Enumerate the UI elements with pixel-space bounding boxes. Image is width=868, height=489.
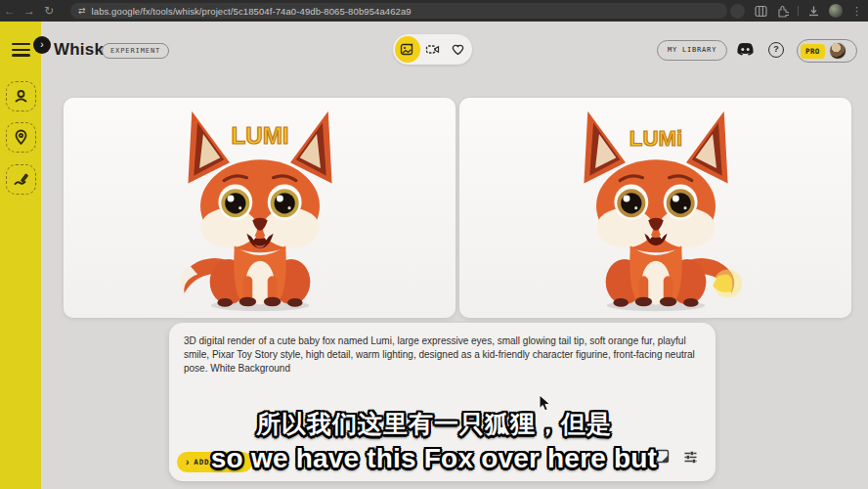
download-icon[interactable] <box>807 5 820 18</box>
subtitle-chinese: 所以我们这里有一只狐狸，但是 <box>0 408 868 440</box>
fox-name-text: LUMi <box>629 126 681 151</box>
location-pin-icon <box>13 129 29 146</box>
experiment-badge: EXPERIMENT <box>102 43 169 59</box>
image-mode-button[interactable] <box>395 36 420 63</box>
extensions-icon[interactable] <box>776 5 789 18</box>
browser-menu-icon[interactable]: ⋮ <box>851 0 862 22</box>
extension-circle-icon[interactable] <box>730 4 745 19</box>
mode-switcher <box>393 34 472 65</box>
fox-name-text: LUMI <box>231 122 288 149</box>
whisk-app-window: ← → ↻ ⇄ labs.google/fx/tools/whisk/proje… <box>0 0 868 489</box>
pen-style-icon <box>13 171 29 188</box>
fox-illustration-right: LUMi <box>533 108 779 316</box>
generated-image-card-1[interactable]: LUMI <box>64 98 456 318</box>
menu-icon[interactable] <box>12 43 30 57</box>
pro-badge: PRO <box>801 44 825 59</box>
generated-image-card-2[interactable]: LUMi <box>459 98 851 318</box>
mouse-cursor <box>539 394 551 412</box>
browser-profile-avatar[interactable] <box>829 4 843 18</box>
heart-icon <box>451 42 465 57</box>
page-title: Whisk <box>54 40 104 60</box>
subtitle-english: so we have this Fox over here but <box>0 443 868 474</box>
video-mode-button[interactable] <box>420 36 446 63</box>
help-icon[interactable]: ? <box>768 42 784 58</box>
toolbar-divider <box>798 6 799 16</box>
browser-toolbar: ← → ↻ ⇄ labs.google/fx/tools/whisk/proje… <box>0 0 868 22</box>
sidebar-item-style[interactable] <box>6 164 36 195</box>
prompt-text[interactable]: 3D digital render of a cute baby fox nam… <box>184 334 704 377</box>
favorites-button[interactable] <box>445 36 470 63</box>
url-text: labs.google/fx/tools/whisk/project/5c185… <box>92 6 412 17</box>
address-bar[interactable]: ⇄ labs.google/fx/tools/whisk/project/5c1… <box>70 3 727 19</box>
video-camera-icon <box>425 42 440 57</box>
site-info-icon[interactable]: ⇄ <box>78 6 86 16</box>
sidebar-item-scene[interactable] <box>6 122 36 153</box>
back-icon[interactable]: ← <box>0 0 20 22</box>
sidebar-expand-button[interactable]: › <box>33 36 51 54</box>
reload-icon[interactable]: ↻ <box>39 0 59 22</box>
person-icon <box>13 88 29 105</box>
forward-icon[interactable]: → <box>20 0 39 22</box>
sidebar-item-subject[interactable] <box>6 81 36 111</box>
tab-groups-icon[interactable] <box>755 5 767 18</box>
avatar <box>829 42 846 60</box>
fox-illustration-left: LUMI <box>137 108 383 316</box>
account-pill[interactable]: PRO <box>797 39 857 63</box>
image-icon <box>400 42 414 57</box>
discord-icon[interactable] <box>736 42 755 57</box>
my-library-button[interactable]: MY LIBRARY <box>657 40 727 61</box>
